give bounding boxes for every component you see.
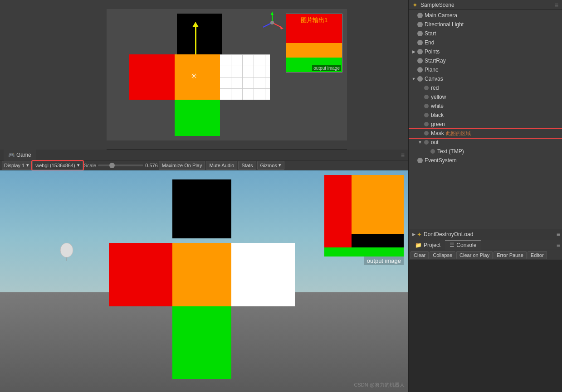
tree-item-start[interactable]: Start (409, 29, 562, 38)
label-red: red (431, 85, 439, 91)
resolution-selector[interactable]: webgl (1536x864) ▾ (32, 161, 83, 170)
tree-item-red[interactable]: red (409, 83, 562, 92)
tree-item-text-tmp[interactable]: Text (TMP) (409, 147, 562, 156)
project-tab-icon: 📁 (415, 242, 422, 248)
icon-red (423, 85, 430, 91)
label-mask: Mask (431, 130, 444, 136)
icon-green (423, 121, 430, 127)
icon-canvas (417, 76, 423, 82)
ddol-section[interactable]: ▶ ✦ DontDestroyOnLoad ≡ (409, 229, 562, 240)
arrow-canvas[interactable]: ▼ (411, 76, 417, 82)
error-pause-btn[interactable]: Error Pause (494, 251, 527, 259)
arrow-points[interactable]: ▶ (411, 48, 417, 55)
tree-item-mask[interactable]: Mask 此图的区域 (409, 129, 562, 138)
game-view: 🎮 Game ≡ Display 1 ▾ webgl (1536x864) ▾ … (0, 150, 408, 392)
scale-slider[interactable] (98, 165, 143, 166)
label-out: out (431, 139, 439, 145)
arrow-5 (411, 58, 417, 64)
resolution-value: webgl (1536x864) (35, 163, 75, 168)
hierarchy-menu-btn[interactable]: ≡ (555, 1, 558, 9)
scale-value: 0.576 (145, 163, 158, 168)
cross-marker: ✳ (188, 71, 199, 82)
tab-project[interactable]: 📁 Project (411, 240, 445, 250)
icon-es (417, 157, 423, 164)
stats-btn[interactable]: Stats (238, 161, 256, 170)
maximize-on-play-btn[interactable]: Maximize On Play (159, 161, 205, 170)
gizmos-btn[interactable]: Gizmos ▾ (257, 161, 284, 170)
tree-item-plane[interactable]: Plane (409, 65, 562, 74)
tree-item-startray[interactable]: StartRay (409, 56, 562, 65)
ddol-icon: ✦ (417, 231, 422, 238)
console-menu-btn[interactable]: ≡ (557, 242, 560, 249)
tree-item-main-camera[interactable]: Main Camera (409, 11, 562, 20)
arrow-1 (411, 21, 417, 28)
tree-item-green[interactable]: green (409, 120, 562, 129)
collapse-btn[interactable]: Collapse (430, 251, 455, 259)
tree-item-yellow[interactable]: yellow (409, 92, 562, 102)
game-cross-right-white (231, 243, 295, 306)
label-start: Start (425, 30, 436, 37)
axis-y (195, 23, 196, 54)
display-select[interactable]: Display 1 ▾ (2, 161, 31, 170)
tab-menu-btn[interactable]: ≡ (401, 151, 405, 159)
output-panel-game (324, 175, 404, 256)
right-panel: ✦ SampleScene ≡ Main Camera Directional … (408, 0, 562, 392)
display-select-value: Display 1 (4, 163, 24, 168)
ddol-menu[interactable]: ≡ (557, 231, 560, 238)
icon-yellow (423, 94, 430, 100)
tree-item-canvas[interactable]: ▼ Canvas (409, 74, 562, 83)
hierarchy-title: ✦ SampleScene (412, 1, 454, 9)
mask-annotation: 此图的区域 (446, 130, 471, 137)
tree-item-black[interactable]: black (409, 111, 562, 120)
game-cross-center-orange (172, 243, 231, 306)
project-tab-label: Project (424, 242, 440, 248)
svg-point-5 (270, 21, 274, 24)
icon-mask (423, 130, 430, 136)
scene-top-bg (107, 0, 347, 9)
svg-marker-3 (280, 26, 283, 29)
stats-label: Stats (241, 163, 253, 168)
tree-item-directional-light[interactable]: Directional Light (409, 20, 562, 29)
hierarchy-content: Main Camera Directional Light Start (409, 10, 562, 229)
console-tab-label: Console (456, 242, 476, 248)
gizmos-label: Gizmos (260, 163, 277, 168)
hierarchy-header: ✦ SampleScene ≡ (409, 0, 562, 10)
scene-right-bg (347, 0, 408, 150)
mute-audio-btn[interactable]: Mute Audio (206, 161, 237, 170)
console-content (409, 260, 562, 392)
clear-btn[interactable]: Clear (411, 251, 429, 259)
label-points: Points (425, 48, 440, 55)
arrow-white (417, 103, 423, 109)
balloon (59, 243, 75, 261)
hierarchy-title-text: SampleScene (420, 2, 454, 8)
scale-thumb (109, 163, 115, 168)
arrow-0 (411, 12, 417, 19)
arrow-mask (417, 130, 423, 136)
scale-label: Scale (84, 163, 97, 168)
editor-btn[interactable]: Editor (528, 251, 547, 259)
arrow-black (417, 112, 423, 118)
clear-on-play-btn[interactable]: Clear on Play (456, 251, 493, 259)
svg-point-6 (60, 243, 73, 257)
icon-main-camera (417, 12, 423, 19)
game-tab-icon: 🎮 (8, 152, 15, 158)
tree-item-points[interactable]: ▶ Points (409, 47, 562, 56)
game-cross-bottom-green (172, 306, 231, 379)
game-cross-top-black (172, 179, 231, 238)
icon-white (423, 103, 430, 109)
arrow-out[interactable]: ▼ (417, 139, 423, 145)
maximize-on-play-label: Maximize On Play (162, 163, 202, 168)
label-eventsystem: EventSystem (425, 157, 457, 164)
arrow-red (417, 85, 423, 91)
tree-item-eventsystem[interactable]: EventSystem (409, 156, 562, 165)
label-yellow: yellow (431, 94, 446, 100)
game-tab[interactable]: 🎮 Game (4, 150, 36, 160)
tree-item-end[interactable]: End (409, 38, 562, 47)
watermark: CSDN @努力的机器人 (354, 382, 405, 388)
display-select-arrow: ▾ (26, 162, 29, 168)
label-main-camera: Main Camera (425, 12, 457, 19)
tree-item-white[interactable]: white (409, 102, 562, 111)
tab-console[interactable]: ☰ Console (445, 240, 481, 250)
out-game-orange (352, 175, 404, 234)
tree-item-out[interactable]: ▼ out (409, 138, 562, 147)
